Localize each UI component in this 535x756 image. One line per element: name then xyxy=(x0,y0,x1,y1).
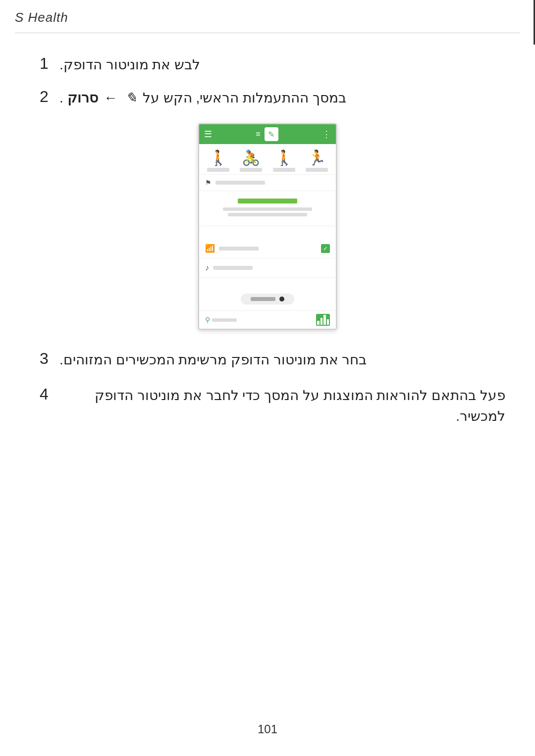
step-2-text-before: במסך ההתעמלות הראשי, הקש על xyxy=(143,90,346,105)
warning-area xyxy=(199,191,336,226)
spacer2 xyxy=(199,280,336,288)
device-left-bluetooth: 📶 xyxy=(205,244,259,253)
activity-walking: 🚶 xyxy=(273,149,295,172)
edit-icon-circle: ✎ xyxy=(265,127,278,141)
title-area: ≡ ✎ xyxy=(256,127,278,141)
edit-icon: ✎ xyxy=(268,130,274,139)
activity-cycling: 🚴 xyxy=(240,149,262,172)
tracker-flag-icon: ⚑ xyxy=(205,179,212,187)
step-3: בחר את מוניטור הדופק מרשימת המכשירים המז… xyxy=(30,350,505,370)
connect-button[interactable] xyxy=(241,294,294,304)
device-row-bluetooth: 📶 ✓ xyxy=(199,239,336,258)
chart-bar-3 xyxy=(323,315,326,325)
activity-row: 🏃 🚶 🚴 🚶 xyxy=(199,144,336,175)
device-section: 📶 ✓ ♪ xyxy=(199,236,336,280)
check-icon: ✓ xyxy=(323,245,328,252)
phone-screen: ☰ ≡ ✎ ⋮ 🏃 🚶 xyxy=(198,123,337,330)
step-1-number: 1 xyxy=(40,54,59,73)
step-2-bold: סרוק xyxy=(67,90,98,105)
step-1-text: לבש את מוניטור הדופק. xyxy=(59,54,200,75)
activity-hiking: 🚶 xyxy=(207,149,229,172)
spacer xyxy=(199,226,336,236)
step-4-text: פעל בהתאם להוראות המוצגות על המסך כדי לח… xyxy=(59,385,505,427)
bluetooth-device-name xyxy=(219,247,259,251)
warning-title-bar xyxy=(238,199,297,203)
connect-text xyxy=(251,297,275,301)
walking-icon: 🚶 xyxy=(275,149,293,166)
phone-bottom-bar: ⚲ xyxy=(199,311,336,329)
device-left-music: ♪ xyxy=(205,263,253,272)
step-2-text: במסך ההתעמלות הראשי, הקש על ✎ ← סרוק . xyxy=(59,88,346,108)
list-icon: ≡ xyxy=(256,130,260,139)
location-area: ⚲ xyxy=(205,316,237,324)
tracker-row: ⚑ xyxy=(199,175,336,191)
step-4: פעל בהתאם להוראות המוצגות על המסך כדי לח… xyxy=(30,385,505,427)
step-1: לבש את מוניטור הדופק. 1 xyxy=(30,54,505,75)
activity-running: 🏃 xyxy=(306,149,328,172)
device-row-music: ♪ xyxy=(199,258,336,278)
step-2-arrow: ← xyxy=(104,90,117,105)
chart-bar-1 xyxy=(317,321,320,325)
bluetooth-icon: 📶 xyxy=(205,244,215,253)
step-2-icon: ✎ xyxy=(125,90,137,105)
chart-bar-2 xyxy=(321,318,323,325)
hiking-label xyxy=(207,168,229,172)
tracker-text xyxy=(215,181,265,185)
more-icon: ⋮ xyxy=(322,129,331,140)
page-number: 101 xyxy=(258,722,277,736)
page-title: S Health xyxy=(15,10,68,25)
connect-dot xyxy=(279,297,284,302)
warning-text-2 xyxy=(228,213,307,216)
menu-icon: ☰ xyxy=(204,129,212,140)
step-3-number: 3 xyxy=(40,350,59,368)
step-4-number: 4 xyxy=(40,385,59,403)
device-checkbox-bluetooth: ✓ xyxy=(321,244,330,253)
walking-label xyxy=(273,168,295,172)
cycling-icon: 🚴 xyxy=(242,149,260,166)
page-header: S Health xyxy=(15,10,520,33)
chart-bar-4 xyxy=(327,319,329,325)
music-icon: ♪ xyxy=(205,263,209,272)
main-content: לבש את מוניטור הדופק. 1 במסך ההתעמלות הר… xyxy=(30,45,505,442)
running-icon: 🏃 xyxy=(308,149,326,166)
connect-area xyxy=(199,288,336,311)
running-label xyxy=(306,168,328,172)
step-3-text: בחר את מוניטור הדופק מרשימת המכשירים המז… xyxy=(59,350,367,370)
cycling-label xyxy=(240,168,262,172)
location-text xyxy=(212,318,237,322)
phone-mockup-container: ☰ ≡ ✎ ⋮ 🏃 🚶 xyxy=(30,123,505,330)
phone-top-bar: ☰ ≡ ✎ ⋮ xyxy=(199,124,336,144)
step-2-number: 2 xyxy=(40,88,59,106)
warning-text-1 xyxy=(223,207,312,211)
step-2: במסך ההתעמלות הראשי, הקש על ✎ ← סרוק . 2 xyxy=(30,88,505,108)
chart-icon xyxy=(316,314,330,326)
music-device-name xyxy=(213,266,253,270)
hiking-icon: 🚶 xyxy=(209,149,227,166)
location-icon: ⚲ xyxy=(205,316,210,324)
